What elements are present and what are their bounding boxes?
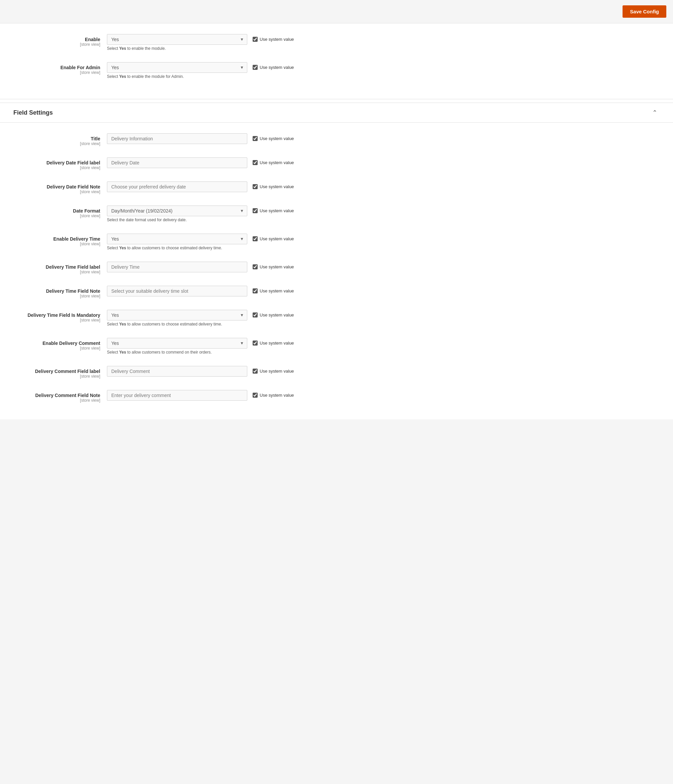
delivery-date-note-use-system: Use system value [253, 182, 294, 189]
delivery-time-mandatory-use-system: Use system value [253, 310, 294, 317]
delivery-comment-note-row: Delivery Comment Field Note [store view]… [13, 387, 660, 405]
enable-delivery-time-row: Enable Delivery Time [store view] Yes No… [13, 231, 660, 253]
enable-control: Yes No ▼ Select Yes to enable the module… [107, 34, 247, 51]
enable-delivery-comment-label: Enable Delivery Comment [store view] [13, 338, 107, 350]
delivery-date-note-use-system-checkbox[interactable] [253, 184, 258, 189]
delivery-time-mandatory-use-system-checkbox[interactable] [253, 313, 258, 317]
field-settings-title: Field Settings [13, 109, 53, 116]
delivery-time-label-control [107, 262, 247, 272]
field-settings-content: Title [store view] Use system value Deli… [0, 123, 673, 419]
delivery-date-label-use-system-checkbox[interactable] [253, 160, 258, 165]
collapse-button[interactable]: ⌃ [650, 107, 660, 118]
enable-admin-label: Enable For Admin [store view] [13, 62, 107, 75]
delivery-date-label-control [107, 157, 247, 168]
delivery-date-note-row: Delivery Date Field Note [store view] Us… [13, 179, 660, 197]
enable-delivery-comment-select[interactable]: Yes No [107, 338, 247, 348]
enable-delivery-time-control: Yes No ▼ Select Yes to allow customers t… [107, 233, 247, 250]
enable-admin-row: Enable For Admin [store view] Yes No ▼ S… [13, 59, 660, 82]
enable-use-system: Use system value [253, 34, 294, 42]
enable-delivery-time-label: Enable Delivery Time [store view] [13, 233, 107, 246]
title-row: Title [store view] Use system value [13, 131, 660, 149]
date-format-select[interactable]: Day/Month/Year (19/02/2024) Month/Day/Ye… [107, 205, 247, 216]
enable-delivery-time-select[interactable]: Yes No [107, 233, 247, 244]
title-control [107, 133, 247, 144]
enable-delivery-time-select-wrap: Yes No ▼ [107, 233, 247, 244]
delivery-comment-label-row: Delivery Comment Field label [store view… [13, 363, 660, 381]
delivery-time-mandatory-select[interactable]: Yes No [107, 310, 247, 320]
delivery-time-label-use-system-checkbox[interactable] [253, 264, 258, 269]
enable-admin-use-system-checkbox[interactable] [253, 65, 258, 70]
section-divider [0, 99, 673, 99]
delivery-comment-note-use-system-checkbox[interactable] [253, 393, 258, 398]
title-use-system: Use system value [253, 133, 294, 141]
delivery-comment-note-control [107, 390, 247, 401]
enable-admin-control: Yes No ▼ Select Yes to enable the module… [107, 62, 247, 79]
enable-delivery-comment-select-wrap: Yes No ▼ [107, 338, 247, 348]
delivery-time-label-use-system: Use system value [253, 262, 294, 269]
content-area: Enable [store view] Yes No ▼ Select Yes … [0, 23, 673, 419]
delivery-time-note-use-system-checkbox[interactable] [253, 288, 258, 293]
delivery-time-note-label: Delivery Time Field Note [store view] [13, 286, 107, 299]
enable-delivery-time-hint: Select Yes to allow customers to choose … [107, 246, 247, 250]
delivery-comment-label-control [107, 366, 247, 376]
delivery-time-mandatory-hint: Select Yes to allow customers to choose … [107, 322, 247, 327]
collapse-icon: ⌃ [652, 109, 657, 116]
enable-delivery-comment-row: Enable Delivery Comment [store view] Yes… [13, 335, 660, 357]
enable-select[interactable]: Yes No [107, 34, 247, 45]
enable-admin-select-wrap: Yes No ▼ [107, 62, 247, 73]
top-bar: Save Config [0, 0, 673, 23]
enable-delivery-time-use-system-checkbox[interactable] [253, 236, 258, 241]
date-format-use-system-checkbox[interactable] [253, 208, 258, 213]
delivery-time-note-use-system: Use system value [253, 286, 294, 293]
enable-delivery-time-use-system: Use system value [253, 233, 294, 241]
enable-admin-hint: Select Yes to enable the module for Admi… [107, 74, 247, 79]
delivery-date-label-use-system: Use system value [253, 157, 294, 165]
enable-select-wrap: Yes No ▼ [107, 34, 247, 45]
delivery-date-label-input[interactable] [107, 157, 247, 168]
delivery-date-note-input[interactable] [107, 182, 247, 192]
delivery-time-mandatory-label: Delivery Time Field Is Mandatory [store … [13, 310, 107, 322]
enable-delivery-comment-use-system: Use system value [253, 338, 294, 345]
delivery-comment-note-use-system: Use system value [253, 390, 294, 398]
page-wrapper: Save Config Enable [store view] Yes No ▼ [0, 0, 673, 784]
delivery-date-note-label: Delivery Date Field Note [store view] [13, 182, 107, 194]
enable-delivery-comment-use-system-checkbox[interactable] [253, 341, 258, 345]
delivery-date-note-control [107, 182, 247, 192]
general-section: Enable [store view] Yes No ▼ Select Yes … [0, 23, 673, 96]
enable-admin-use-system: Use system value [253, 62, 294, 70]
save-config-button[interactable]: Save Config [623, 5, 666, 18]
delivery-time-mandatory-select-wrap: Yes No ▼ [107, 310, 247, 320]
delivery-date-label-row: Delivery Date Field label [store view] U… [13, 155, 660, 173]
title-use-system-checkbox[interactable] [253, 136, 258, 141]
enable-admin-select[interactable]: Yes No [107, 62, 247, 73]
enable-label: Enable [store view] [13, 34, 107, 47]
date-format-control: Day/Month/Year (19/02/2024) Month/Day/Ye… [107, 205, 247, 222]
delivery-comment-label-input[interactable] [107, 366, 247, 376]
title-input[interactable] [107, 133, 247, 144]
date-format-hint: Select the date format used for delivery… [107, 218, 247, 222]
delivery-comment-label-use-system: Use system value [253, 366, 294, 373]
delivery-time-note-input[interactable] [107, 286, 247, 296]
delivery-comment-note-input[interactable] [107, 390, 247, 401]
enable-delivery-comment-hint: Select Yes to allow customers to commend… [107, 350, 247, 355]
delivery-time-label-row: Delivery Time Field label [store view] U… [13, 259, 660, 277]
delivery-time-label-label: Delivery Time Field label [store view] [13, 262, 107, 274]
date-format-select-wrap: Day/Month/Year (19/02/2024) Month/Day/Ye… [107, 205, 247, 216]
enable-delivery-comment-control: Yes No ▼ Select Yes to allow customers t… [107, 338, 247, 355]
date-format-use-system: Use system value [253, 205, 294, 213]
date-format-label: Date Format [store view] [13, 205, 107, 218]
delivery-time-note-control [107, 286, 247, 296]
enable-row: Enable [store view] Yes No ▼ Select Yes … [13, 31, 660, 53]
delivery-time-mandatory-control: Yes No ▼ Select Yes to allow customers t… [107, 310, 247, 327]
enable-hint: Select Yes to enable the module. [107, 46, 247, 51]
delivery-time-label-input[interactable] [107, 262, 247, 272]
date-format-row: Date Format [store view] Day/Month/Year … [13, 203, 660, 225]
delivery-comment-note-label: Delivery Comment Field Note [store view] [13, 390, 107, 403]
title-label: Title [store view] [13, 133, 107, 146]
enable-use-system-checkbox[interactable] [253, 37, 258, 42]
delivery-time-mandatory-row: Delivery Time Field Is Mandatory [store … [13, 307, 660, 329]
delivery-comment-label-use-system-checkbox[interactable] [253, 369, 258, 373]
field-settings-header: Field Settings ⌃ [0, 103, 673, 123]
delivery-time-note-row: Delivery Time Field Note [store view] Us… [13, 283, 660, 301]
delivery-comment-label-label: Delivery Comment Field label [store view… [13, 366, 107, 379]
